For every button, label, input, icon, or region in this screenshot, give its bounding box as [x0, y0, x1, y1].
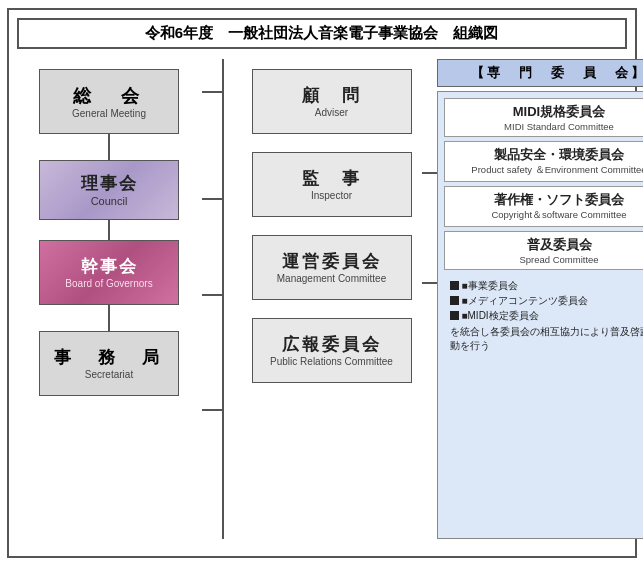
unei-box: 運営委員会 Management Committee	[252, 235, 412, 300]
mid-v-spine	[222, 59, 224, 539]
kansi-en: Inspector	[311, 190, 352, 201]
sokai-box: 総 会 General Meeting	[39, 69, 179, 134]
sehin-jp: 製品安全・環境委員会	[453, 146, 644, 164]
left-column: 総 会 General Meeting 理事会 Council 幹事会 Boar…	[17, 59, 202, 539]
bullet-1	[450, 281, 459, 290]
sokai-jp: 総 会	[73, 84, 145, 108]
mid-column: 顧 問 Adviser 監 事 Inspector 運営委員会 Manageme…	[222, 59, 422, 539]
jimukyoku-box: 事 務 局 Secretariat	[39, 331, 179, 396]
h-connectors-area	[202, 59, 222, 539]
right-box-fukyu: 普及委員会 Spread Committee	[444, 231, 644, 270]
right-box-midi: MIDI規格委員会 MIDI Standard Committee	[444, 98, 644, 137]
jimukyoku-jp: 事 務 局	[54, 346, 164, 369]
fukyu-jp: 普及委員会	[453, 236, 644, 254]
bullet-3	[450, 311, 459, 320]
senmon-header: 【専 門 委 員 会】	[437, 59, 644, 87]
v-line-sokai-rijikai	[108, 134, 110, 160]
komon-jp: 顧 問	[302, 84, 362, 107]
right-column: 【専 門 委 員 会】 MIDI規格委員会 MIDI Standard Comm…	[437, 59, 644, 539]
org-title: 令和6年度 一般社団法人音楽電子事業協会 組織図	[17, 18, 627, 49]
rijikai-en: Council	[91, 195, 128, 207]
jimukyoku-en: Secretariat	[85, 369, 133, 380]
fukyu-en: Spread Committee	[453, 254, 644, 265]
h-line-mid-right-1	[422, 172, 437, 174]
midi-en: MIDI Standard Committee	[453, 121, 644, 132]
last-desc: を統合し各委員会の相互協力により普及啓蒙活動を行う	[450, 325, 644, 354]
unei-jp: 運営委員会	[282, 250, 382, 273]
koho-box: 広報委員会 Public Relations Committee	[252, 318, 412, 383]
rijikai-box: 理事会 Council	[39, 160, 179, 220]
last-item-3: ■MIDI検定委員会	[450, 308, 644, 323]
mid-right-connectors	[422, 59, 437, 539]
koho-jp: 広報委員会	[282, 333, 382, 356]
kanji-en: Board of Governors	[65, 278, 152, 289]
kansi-box: 監 事 Inspector	[252, 152, 412, 217]
komon-box: 顧 問 Adviser	[252, 69, 412, 134]
right-boxes-container: MIDI規格委員会 MIDI Standard Committee 製品安全・環…	[437, 91, 644, 539]
h-line-unei	[202, 294, 222, 296]
rijikai-jp: 理事会	[81, 172, 138, 195]
right-box-last: ■事業委員会 ■メディアコンテンツ委員会 ■MIDI検定委員会 を統合し各委員会…	[444, 274, 644, 358]
chosaku-en: Copyright＆software Committee	[453, 209, 644, 222]
chosaku-jp: 著作権・ソフト委員会	[453, 191, 644, 209]
bullet-2	[450, 296, 459, 305]
kanji-box: 幹事会 Board of Governors	[39, 240, 179, 305]
last-item-2: ■メディアコンテンツ委員会	[450, 293, 644, 308]
koho-en: Public Relations Committee	[270, 356, 393, 367]
h-line-komon	[202, 91, 222, 93]
h-line-mid-right-3	[422, 282, 437, 284]
sehin-en: Product safety ＆Environment Committee	[453, 164, 644, 177]
h-line-kansi	[202, 198, 222, 200]
sokai-en: General Meeting	[72, 108, 146, 119]
right-box-sehin: 製品安全・環境委員会 Product safety ＆Environment C…	[444, 141, 644, 182]
unei-en: Management Committee	[277, 273, 387, 284]
right-box-chosaku: 著作権・ソフト委員会 Copyright＆software Committee	[444, 186, 644, 227]
org-chart: 令和6年度 一般社団法人音楽電子事業協会 組織図 総 会 General Mee…	[7, 8, 637, 558]
kansi-jp: 監 事	[302, 167, 362, 190]
midi-jp: MIDI規格委員会	[453, 103, 644, 121]
v-line-rijikai-kanji	[108, 220, 110, 240]
last-item-1: ■事業委員会	[450, 278, 644, 293]
h-line-koho	[202, 409, 222, 411]
v-line-kanji-jimu	[108, 305, 110, 331]
kanji-jp: 幹事会	[81, 255, 138, 278]
komon-en: Adviser	[315, 107, 348, 118]
